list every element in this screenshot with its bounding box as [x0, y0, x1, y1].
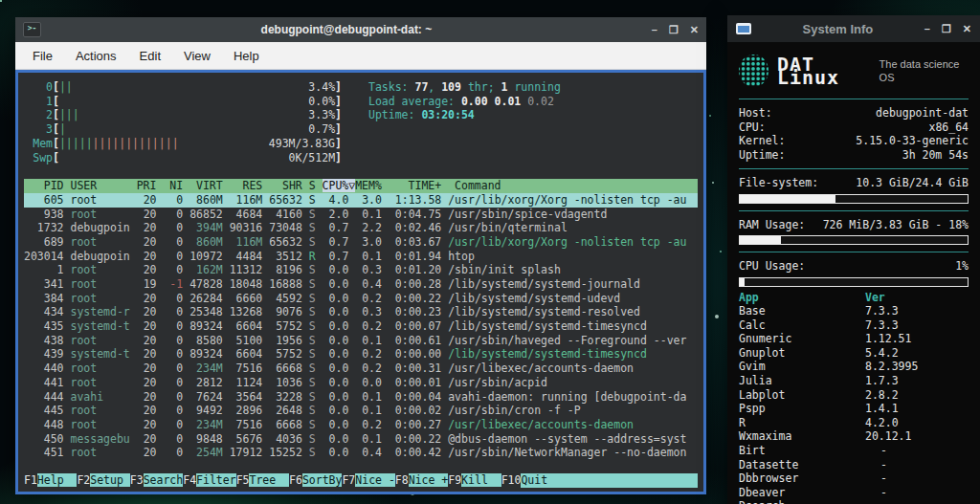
- app-version: 1.7.3: [865, 374, 899, 388]
- process-row[interactable]: 445 root 20 0 9492 2896 2648 S 0.0 0.1 0…: [24, 404, 698, 418]
- process-row[interactable]: 448 root 20 0 234M 7516 6668 S 0.0 0.2 0…: [24, 418, 698, 432]
- info-label: Uptime:: [739, 148, 785, 163]
- fnkey-f9[interactable]: F9Kill: [448, 473, 501, 488]
- meter-label: 3: [24, 122, 53, 137]
- htop-header-area: 0[||3.4%]1[0.0%]2[|||3.3%]3[|0.7%]Mem[||…: [24, 80, 698, 164]
- close-button[interactable]: ✕: [690, 24, 699, 36]
- app-table-header: AppVer: [739, 291, 969, 305]
- process-row[interactable]: 439 systemd-t 20 0 89324 6604 5752 S 0.0…: [24, 347, 698, 362]
- app-row: Labplot2.8.2: [739, 388, 969, 403]
- minimize-button[interactable]: –: [924, 23, 930, 35]
- process-row[interactable]: 438 root 20 0 8580 5100 1956 S 0.0 0.1 0…: [24, 334, 698, 348]
- fnkey-f6[interactable]: F6SortBy: [289, 473, 342, 488]
- info-value: x86_64: [928, 121, 969, 135]
- sort-column-header[interactable]: CPU%▽: [323, 179, 356, 192]
- gauge-value: 726 MiB/3.83 GiB - 18%: [823, 218, 969, 232]
- meter-value: 3.3%: [308, 108, 335, 122]
- gauge-bar: [739, 235, 969, 245]
- terminal-titlebar[interactable]: >- debugpoint@debugpoint-dat: ~ – ❐ ✕: [15, 17, 706, 42]
- app-version: -: [865, 486, 887, 500]
- process-row[interactable]: 1732 debugpoin 20 0 394M 90316 73048 S 0…: [24, 221, 698, 235]
- gauge-fill: [740, 195, 835, 203]
- app-name: Gvim: [739, 360, 766, 374]
- gauge-fill: [740, 278, 745, 286]
- system-info-titlebar[interactable]: System Info – ❐ ✕: [727, 15, 980, 42]
- dat-linux-logo-icon: [739, 55, 768, 87]
- app-name: Datasette: [739, 458, 798, 472]
- fnkey-f5[interactable]: F5Tree: [236, 473, 289, 488]
- divider: [739, 99, 969, 99]
- app-name: R: [739, 416, 746, 430]
- menu-item-help[interactable]: Help: [222, 46, 271, 66]
- process-row[interactable]: 605 root 20 0 860M 116M 65632 S 4.0 3.0 …: [24, 193, 698, 208]
- process-row[interactable]: 341 root 19 -1 47828 18048 16888 S 0.0 0…: [24, 277, 698, 292]
- close-button[interactable]: ✕: [963, 23, 971, 35]
- terminal-window: >- debugpoint@debugpoint-dat: ~ – ❐ ✕ Fi…: [15, 17, 706, 494]
- fnkey-f8[interactable]: F8Nice +: [395, 473, 448, 488]
- host-info-section: Host:debugpoint-datCPU:x86_64Kernel:5.15…: [739, 106, 969, 162]
- process-row[interactable]: 1 root 20 0 162M 11312 8196 S 0.0 0.3 0:…: [24, 263, 698, 277]
- meter-label: 1: [24, 95, 53, 109]
- summary-line: Uptime: 03:20:54: [368, 108, 561, 122]
- divider: [739, 168, 969, 169]
- app-name: Dsearch: [739, 499, 785, 504]
- app-version: 20.12.1: [865, 429, 911, 444]
- gauge-label-row: File-system:10.3 GiB/24.4 GiB: [739, 176, 969, 190]
- process-table-header[interactable]: PID USER PRI NI VIRT RES SHR S CPU%▽MEM%…: [24, 179, 698, 193]
- gauge-label: RAM Usage:: [739, 218, 805, 232]
- gauge-label-row: RAM Usage:726 MiB/3.83 GiB - 18%: [739, 218, 969, 232]
- app-col-header: App: [739, 291, 759, 305]
- process-row[interactable]: 444 avahi 20 0 7624 3564 3228 S 0.0 0.1 …: [24, 390, 698, 405]
- divider: [739, 210, 969, 211]
- terminal-icon: >-: [23, 22, 41, 37]
- app-row: Base7.3.3: [739, 304, 969, 318]
- meter-0: 0[||3.4%]: [24, 80, 342, 95]
- dat-linux-tagline: The data science OS: [880, 57, 969, 85]
- fnkey-f7[interactable]: F7Nice -: [342, 473, 394, 488]
- app-name: Julia: [739, 374, 772, 388]
- app-row: Gvim8.2.3995: [739, 360, 969, 374]
- restore-button[interactable]: ❐: [669, 24, 679, 36]
- meter-swp: Swp[0K/512M]: [24, 151, 342, 165]
- process-row[interactable]: 450 messagebu 20 0 9848 5676 4036 S 0.0 …: [24, 432, 698, 447]
- app-version: 1.12.51: [865, 332, 911, 346]
- process-row[interactable]: 440 root 20 0 234M 7516 6668 S 0.0 0.2 0…: [24, 362, 698, 376]
- restore-button[interactable]: ❐: [942, 23, 951, 35]
- process-row[interactable]: 203014 debugpoin 20 0 10972 4484 3512 R …: [24, 250, 698, 264]
- menu-item-actions[interactable]: Actions: [64, 46, 128, 66]
- meter-bars: ||||||||||||||||||: [59, 137, 269, 151]
- minimize-button[interactable]: –: [652, 24, 657, 36]
- process-row[interactable]: 434 systemd-r 20 0 25348 13268 9076 S 0.…: [24, 305, 698, 319]
- app-name: Base: [739, 304, 766, 318]
- gauge-value: 10.3 GiB/24.4 GiB: [856, 176, 969, 190]
- app-version: -: [865, 471, 887, 486]
- app-row: Wxmaxima20.12.1: [739, 429, 969, 444]
- fnkey-f1[interactable]: F1Help: [24, 473, 77, 488]
- app-version: 5.4.2: [865, 346, 899, 361]
- fnkey-f3[interactable]: F3Search: [130, 473, 183, 488]
- process-row[interactable]: 384 root 20 0 26284 6660 4592 S 0.0 0.2 …: [24, 292, 698, 306]
- fnkey-f2[interactable]: F2Setup: [77, 473, 129, 488]
- meter-label: 2: [24, 108, 53, 122]
- process-row[interactable]: 441 root 20 0 2812 1124 1036 S 0.0 0.0 0…: [24, 376, 698, 390]
- app-name: Pspp: [739, 402, 766, 416]
- menu-item-edit[interactable]: Edit: [128, 46, 172, 66]
- app-name: Labplot: [739, 388, 785, 403]
- info-row: CPU:x86_64: [739, 121, 969, 135]
- fnkey-f10[interactable]: F10Quit: [501, 473, 698, 488]
- menu-item-view[interactable]: View: [172, 46, 222, 66]
- process-row[interactable]: 435 systemd-t 20 0 89324 6604 5752 S 0.0…: [24, 319, 698, 334]
- meter-value: 0.7%: [308, 122, 335, 137]
- menu-item-file[interactable]: File: [21, 46, 64, 66]
- info-value: 3h 20m 54s: [902, 148, 969, 163]
- app-row: Gnumeric1.12.51: [739, 332, 969, 346]
- process-row[interactable]: 938 root 20 0 86852 4684 4160 S 2.0 0.1 …: [24, 208, 698, 222]
- terminal-content[interactable]: 0[||3.4%]1[0.0%]2[|||3.3%]3[|0.7%]Mem[||…: [15, 70, 706, 494]
- wallpaper-texture: [0, 0, 2, 2]
- process-row[interactable]: 689 root 20 0 860M 116M 65632 S 0.7 3.0 …: [24, 235, 698, 250]
- fnkey-f4[interactable]: F4Filter: [183, 473, 235, 488]
- app-version: 2.8.2: [865, 388, 899, 403]
- window-icon: [736, 23, 751, 34]
- process-row[interactable]: 451 root 20 0 254M 17912 15252 S 0.0 0.4…: [24, 446, 698, 460]
- app-row: R4.2.0: [739, 416, 969, 430]
